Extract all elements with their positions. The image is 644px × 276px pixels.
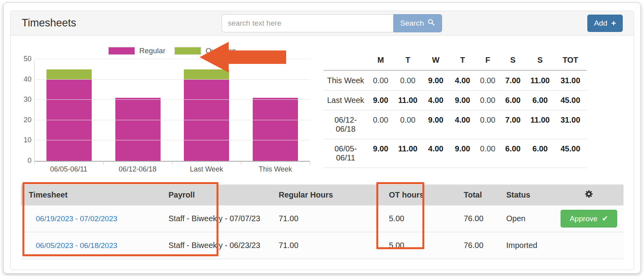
- weekly-hours-cell: 4.00: [450, 110, 476, 139]
- regular-swatch: [108, 47, 135, 55]
- regular-segment: [115, 98, 161, 161]
- weekly-hours-cell: 11.00: [394, 139, 422, 168]
- approve-button-label: Approve: [570, 214, 598, 223]
- weekly-hours-cell: 7.00: [500, 71, 526, 91]
- weekly-row-label: 06/05-06/11: [324, 139, 368, 168]
- weekly-col-sat: S: [500, 50, 526, 71]
- weekly-hours-cell: 6.00: [500, 91, 526, 110]
- weekly-col-sun: S: [526, 50, 554, 71]
- timesheets-table: Timesheet Payroll Regular Hours OT hours…: [21, 185, 624, 259]
- weekly-hours-cell: 0.00: [394, 110, 422, 139]
- weekly-col-total: TOT: [554, 50, 587, 71]
- regular-hours-cell: 71.00: [271, 205, 381, 232]
- x-axis-label: This Week: [241, 162, 310, 175]
- bar-last-week: [172, 60, 241, 161]
- gridline: [35, 120, 310, 120]
- timesheets-panel: Timesheets Search Add +: [10, 11, 634, 270]
- actions-cell: [554, 232, 624, 259]
- timesheet-cell: 06/19/2023 - 07/02/2023: [21, 205, 161, 232]
- weekly-header-row: M T W T F S S TOT: [324, 50, 587, 71]
- status-cell: Open: [498, 205, 554, 232]
- weekly-row-label: This Week: [324, 71, 368, 91]
- weekly-hours-cell: 0.00: [476, 71, 500, 91]
- regular-segment: [253, 98, 298, 161]
- weekly-hours-cell: 6.00: [526, 91, 554, 110]
- search-button-label: Search: [400, 19, 424, 28]
- total-cell: 76.00: [456, 232, 498, 259]
- bar-this-week: [241, 60, 310, 161]
- weekly-hours-cell: 0.00: [476, 91, 500, 110]
- chart-plot-area: 01020304050: [34, 60, 310, 162]
- gridline: [35, 59, 310, 59]
- weekly-hours-cell: 0.00: [476, 139, 500, 168]
- gridline: [35, 79, 310, 80]
- x-axis-tick: [103, 162, 104, 165]
- timesheets-table-wrap: Timesheet Payroll Regular Hours OT hours…: [21, 185, 624, 259]
- search-group: Search: [222, 14, 442, 32]
- overtime-swatch: [174, 47, 202, 55]
- overtime-segment: [46, 69, 92, 80]
- panel-body: RegularOvertime 01020304050 06/05-06/110…: [11, 35, 634, 270]
- ot-hours-cell: 5.00: [381, 232, 456, 259]
- weekly-col-fri: F: [476, 50, 500, 71]
- y-axis-tick-label: 20: [16, 116, 31, 124]
- check-icon: ✔: [602, 214, 608, 223]
- top-row: RegularOvertime 01020304050 06/05-06/110…: [15, 40, 629, 175]
- timesheet-link[interactable]: 06/19/2023 - 07/02/2023: [36, 214, 117, 223]
- status-cell: Imported: [498, 232, 554, 259]
- weekly-hours-cell: 6.00: [526, 139, 554, 168]
- add-button-label: Add: [594, 19, 607, 28]
- weekly-hours-cell: 0.00: [368, 110, 394, 139]
- timesheet-row: 06/19/2023 - 07/02/2023Staff - Biweekly …: [21, 205, 624, 232]
- weekly-hours-cell: 6.00: [500, 139, 526, 168]
- x-axis-label: 06/05-06/11: [34, 162, 103, 175]
- weekly-row: 06/12-06/180.000.009.004.000.007.0011.00…: [324, 110, 587, 139]
- weekly-row: Last Week9.0011.004.009.000.006.006.0045…: [324, 91, 587, 110]
- weekly-col-blank: [324, 50, 368, 71]
- chart-x-axis: 06/05-06/1106/12-06/18Last WeekThis Week: [34, 162, 310, 175]
- ot-hours-cell: 5.00: [381, 205, 456, 232]
- search-button[interactable]: Search: [393, 14, 442, 32]
- x-axis-label: 06/12-06/18: [103, 162, 172, 175]
- add-button[interactable]: Add +: [587, 15, 623, 32]
- approve-button[interactable]: Approve✔: [561, 210, 617, 228]
- y-axis-tick-label: 30: [16, 95, 31, 104]
- chart-bars: [35, 60, 310, 161]
- bar-06-12-06-18: [104, 60, 172, 161]
- gridline: [35, 99, 310, 100]
- gridline: [35, 140, 310, 140]
- page-card: Timesheets Search Add +: [3, 2, 641, 274]
- legend-label: Regular: [139, 47, 166, 55]
- weekly-hours-cell: 4.00: [422, 139, 450, 168]
- legend-label: Overtime: [205, 47, 236, 55]
- weekly-hours-cell: 9.00: [368, 91, 394, 110]
- gear-icon[interactable]: [585, 190, 593, 200]
- timesheet-row: 06/05/2023 - 06/18/2023Staff - Biweekly …: [21, 232, 624, 259]
- weekly-col-tue: T: [394, 50, 422, 71]
- weekly-hours-cell: 9.00: [422, 110, 450, 139]
- weekly-summary-table: M T W T F S S TOT This Week0.000.009.004…: [324, 50, 587, 168]
- search-input[interactable]: [222, 14, 393, 32]
- legend-item-overtime: Overtime: [174, 47, 236, 55]
- weekly-hours-cell: 45.00: [554, 139, 587, 168]
- x-axis-tick: [172, 162, 172, 165]
- weekly-col-wed: W: [422, 50, 450, 71]
- chart-legend: RegularOvertime: [31, 47, 313, 55]
- x-axis-tick: [34, 162, 35, 165]
- y-axis-tick-label: 10: [16, 136, 31, 144]
- weekly-hours-cell: 9.00: [422, 71, 450, 91]
- weekly-hours-cell: 11.00: [394, 91, 422, 110]
- overtime-segment: [184, 69, 229, 80]
- weekly-hours-cell: 4.00: [422, 91, 450, 110]
- hours-bar-chart: RegularOvertime 01020304050 06/05-06/110…: [15, 40, 313, 175]
- timesheet-link[interactable]: 06/05/2023 - 06/18/2023: [36, 241, 117, 250]
- bar-06-05-06-11: [35, 60, 104, 161]
- weekly-hours-cell: 0.00: [368, 71, 394, 91]
- col-status: Status: [498, 185, 554, 205]
- weekly-hours-cell: 0.00: [394, 71, 422, 91]
- weekly-hours-cell: 9.00: [450, 139, 476, 168]
- weekly-hours-cell: 9.00: [450, 91, 476, 110]
- weekly-hours-cell: 11.00: [526, 110, 554, 139]
- x-axis-tick: [310, 162, 310, 165]
- timesheet-cell: 06/05/2023 - 06/18/2023: [21, 232, 161, 259]
